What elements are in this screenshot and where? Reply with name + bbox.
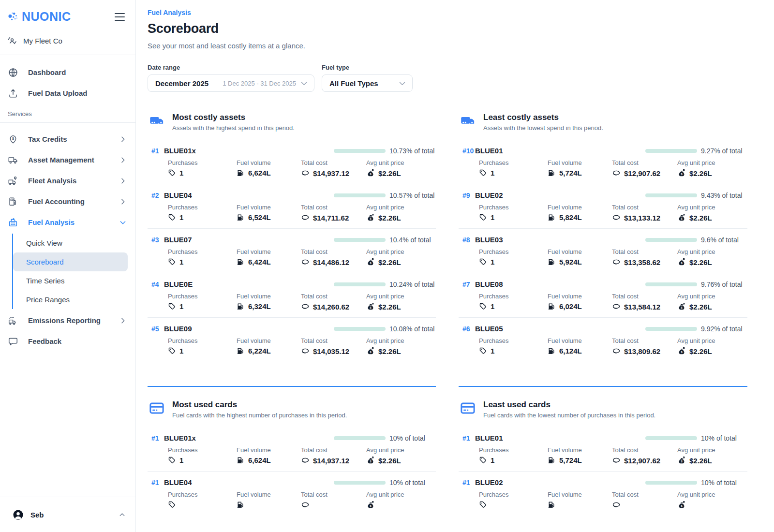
fuel-pump-icon bbox=[237, 456, 245, 464]
scoreboard-row: #1 BLUE01x 10.73% of total Purchases 1 F… bbox=[148, 140, 436, 184]
scoreboard-row: #8 BLUE03 9.6% of total Purchases 1 Fuel… bbox=[459, 228, 747, 273]
share-percent-label: 9.6% of total bbox=[701, 236, 747, 244]
sidebar-toggle-button[interactable] bbox=[113, 11, 127, 23]
date-range-select[interactable]: December 2025 1 Dec 2025 - 31 Dec 2025 bbox=[148, 74, 314, 92]
subnav-item-scoreboard[interactable]: Scoreboard bbox=[13, 252, 128, 271]
purchases-value: 1 bbox=[179, 169, 183, 177]
sidebar-item-fleet-analysis[interactable]: Fleet Analysis bbox=[0, 170, 135, 191]
panel-rows: #1 BLUE01x 10% of total Purchases 1 Fuel… bbox=[148, 427, 436, 516]
sidebar-item-asset-management[interactable]: Asset Management bbox=[0, 149, 135, 170]
scoreboard-panel: Most costly assets Assets with the highe… bbox=[148, 113, 436, 387]
fuel-volume-value: 6,524L bbox=[248, 213, 271, 222]
fuel-volume-metric: Fuel volume bbox=[548, 491, 612, 509]
panel-title: Most costly assets bbox=[172, 113, 295, 122]
item-name: BLUE0E bbox=[164, 280, 334, 288]
sidebar-item-fuel-analysis[interactable]: $ Fuel Analysis bbox=[0, 212, 135, 233]
total-cost-value: $13,584.12 bbox=[624, 303, 660, 311]
sidebar-item-dashboard[interactable]: Dashboard bbox=[0, 62, 135, 83]
total-cost-metric: Total cost $12,907.62 bbox=[612, 159, 677, 177]
avg-unit-price-metric: Avg unit price $ bbox=[366, 491, 436, 509]
money-bag-icon: $ bbox=[366, 456, 375, 465]
sidebar-item-label: Tax Credits bbox=[28, 135, 67, 143]
sidebar-item-emissions-reporting[interactable]: Emissions Reporting bbox=[0, 310, 135, 331]
share-percent-label: 9.27% of total bbox=[701, 147, 747, 155]
sidebar-item-label: Fuel Data Upload bbox=[28, 89, 88, 97]
subnav-item-price-ranges[interactable]: Price Ranges bbox=[13, 290, 128, 309]
share-percent-label: 10% of total bbox=[389, 434, 436, 442]
coin-icon bbox=[301, 347, 310, 355]
money-bag-icon: $ bbox=[366, 169, 375, 177]
share-progress-bar bbox=[645, 238, 697, 242]
fuel-pump-icon bbox=[548, 456, 556, 464]
avg-unit-price-metric: Avg unit price $ $2.26L bbox=[366, 159, 436, 177]
fuel-volume-value: 6,024L bbox=[559, 302, 582, 310]
purchases-value: 1 bbox=[179, 347, 183, 355]
org-switch-icon bbox=[7, 35, 17, 46]
rank-badge: #7 bbox=[459, 281, 475, 288]
avg-unit-price-value: $2.26L bbox=[378, 214, 401, 222]
item-name: BLUE01x bbox=[164, 434, 334, 442]
purchases-value: 1 bbox=[179, 302, 183, 310]
sidebar-item-tax-credits[interactable]: $ Tax Credits bbox=[0, 129, 135, 149]
panel-title: Least used cards bbox=[483, 400, 655, 410]
total-cost-value: $14,711.62 bbox=[313, 214, 349, 222]
purchases-metric: Purchases 1 bbox=[479, 248, 548, 266]
scoreboard-row: #10 BLUE01 9.27% of total Purchases 1 Fu… bbox=[459, 140, 747, 184]
sidebar-item-fuel-data-upload[interactable]: Fuel Data Upload bbox=[0, 83, 135, 103]
panel-rows: #10 BLUE01 9.27% of total Purchases 1 Fu… bbox=[459, 140, 747, 362]
scoreboard-row: #1 BLUE01 10% of total Purchases 1 Fuel … bbox=[459, 427, 747, 471]
sidebar-item-fuel-accounting[interactable]: Fuel Accounting bbox=[0, 191, 135, 212]
total-cost-metric: Total cost $13,358.62 bbox=[612, 248, 677, 266]
nuonic-logo[interactable]: NUONIC bbox=[7, 10, 71, 24]
rank-badge: #1 bbox=[459, 434, 475, 442]
total-cost-value: $13,358.62 bbox=[624, 258, 660, 266]
price-tag-icon bbox=[168, 501, 176, 509]
total-cost-value: $14,937.12 bbox=[313, 457, 349, 465]
fuel-volume-value: 6,324L bbox=[248, 302, 271, 310]
fuel-volume-metric: Fuel volume 6,024L bbox=[548, 293, 612, 311]
subnav-item-quick-view[interactable]: Quick View bbox=[13, 234, 128, 252]
item-name: BLUE07 bbox=[164, 236, 334, 244]
scoreboard-row: #1 BLUE02 10% of total Purchases Fuel vo… bbox=[459, 471, 747, 516]
coin-icon bbox=[612, 456, 621, 465]
panel-title: Most used cards bbox=[172, 400, 347, 410]
breadcrumb[interactable]: Fuel Analysis bbox=[148, 9, 191, 16]
chevron-right-icon bbox=[119, 135, 127, 143]
money-bag-icon: $ bbox=[677, 213, 686, 222]
coin-icon bbox=[612, 347, 621, 355]
subnav-item-label: Time Series bbox=[26, 277, 64, 285]
panel-subtitle: Assets with the highest spend in this pe… bbox=[172, 124, 295, 132]
fuel-volume-value: 6,624L bbox=[248, 456, 271, 464]
scoreboard-row: #5 BLUE09 10.08% of total Purchases 1 Fu… bbox=[148, 317, 436, 362]
truck-icon bbox=[148, 114, 166, 128]
item-name: BLUE08 bbox=[475, 280, 645, 288]
fuel-pump-icon bbox=[237, 258, 245, 266]
fuel-volume-value: 6,124L bbox=[559, 347, 582, 355]
total-cost-value: $14,260.62 bbox=[313, 303, 349, 311]
org-switcher[interactable]: My Fleet Co bbox=[0, 30, 135, 55]
sidebar-item-label: Feedback bbox=[28, 337, 61, 345]
subnav-item-time-series[interactable]: Time Series bbox=[13, 271, 128, 290]
fuel-type-select[interactable]: All Fuel Types bbox=[322, 74, 413, 92]
user-menu[interactable]: Seb bbox=[0, 497, 135, 532]
fuel-pump-icon bbox=[548, 347, 556, 355]
share-percent-label: 10.24% of total bbox=[389, 281, 436, 288]
chat-bubble-icon bbox=[8, 336, 18, 347]
sidebar-item-feedback[interactable]: Feedback bbox=[0, 331, 135, 352]
avg-unit-price-value: $2.26L bbox=[378, 347, 401, 355]
money-bag-icon: $ bbox=[677, 501, 686, 509]
price-tag-icon bbox=[168, 169, 176, 177]
date-range-value: December 2025 bbox=[155, 79, 208, 88]
fuel-pump-outline-icon bbox=[8, 196, 18, 207]
share-percent-label: 10% of total bbox=[701, 434, 747, 442]
share-progress-bar bbox=[645, 481, 697, 485]
fuel-volume-metric: Fuel volume 6,324L bbox=[237, 293, 301, 311]
chevron-right-icon bbox=[119, 156, 127, 164]
money-bag-icon: $ bbox=[366, 213, 375, 222]
avg-unit-price-value: $2.26L bbox=[378, 258, 401, 266]
total-cost-value: $14,937.12 bbox=[313, 169, 349, 177]
money-bag-icon: $ bbox=[366, 501, 375, 509]
sidebar: NUONIC My Fleet Co Dashboard bbox=[0, 0, 136, 532]
filters-bar: Date range December 2025 1 Dec 2025 - 31… bbox=[148, 64, 774, 92]
purchases-metric: Purchases 1 bbox=[479, 159, 548, 177]
